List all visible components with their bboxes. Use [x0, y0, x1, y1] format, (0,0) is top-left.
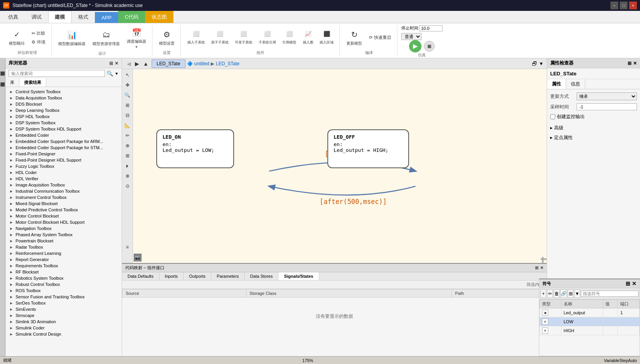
zoom-in-button[interactable]: 🔍 [123, 91, 132, 99]
select-tool-button[interactable]: ↖ [123, 71, 132, 79]
diagram-canvas[interactable]: ↖ ✥ 🔍 ⊞ ⊟ 📐 ✏ ⊕ ⊞ ⏵ ⊗ ⊙ ≡ [122, 69, 547, 263]
symbols-expand-icon[interactable]: ⊞ [626, 280, 630, 287]
move-tool-button[interactable]: ✥ [123, 81, 132, 89]
menu-tool-button[interactable]: ≡ [123, 243, 132, 251]
search-input[interactable] [9, 70, 105, 77]
library-list-item[interactable]: Model Predictive Control Toolbox [5, 207, 122, 213]
stop-time-input[interactable] [419, 25, 442, 31]
library-list-item[interactable]: SerDes Toolbox [5, 300, 122, 306]
library-list-item[interactable]: DSP System Toolbox HDL Support [5, 126, 122, 132]
library-list-item[interactable]: ROS Toolbox [5, 287, 122, 294]
symbols-grid-button[interactable]: ⊞ [568, 289, 574, 298]
tab-app[interactable]: APP [95, 12, 118, 23]
library-list-item[interactable]: Powertrain Blockset [5, 238, 122, 244]
insert-subsystem-button[interactable]: ⬜ 插入子系统 [185, 26, 208, 47]
library-list-item[interactable]: Data Acquisition Toolbox [5, 95, 122, 101]
library-list-item[interactable]: Motor Control Blockset [5, 213, 122, 219]
tab-format[interactable]: 格式 [72, 11, 95, 23]
zoom-out-button[interactable]: ⊟ [123, 111, 132, 120]
library-list-item[interactable]: Simulink Control Design [5, 331, 122, 337]
prop-tab-attributes[interactable]: 属性 [547, 79, 566, 89]
sidebar-expand-icon[interactable]: ⊞ [109, 61, 113, 66]
model-data-editor-button[interactable]: 📊 模型数据编辑器 [56, 28, 88, 49]
symbols-link-button[interactable]: 🔗 [560, 289, 567, 298]
model-advisor-button[interactable]: ✓ 模型顾问 [6, 27, 27, 48]
tab-data-defaults[interactable]: Data Defaults [122, 272, 159, 280]
zoom-fit-button[interactable]: ⊞ [123, 101, 132, 110]
stop-button[interactable]: ⏹ [424, 41, 435, 52]
symbols-dropdown-button[interactable]: ▼ [574, 289, 580, 298]
insert-chart-button[interactable]: 📈 插入图 [300, 26, 316, 47]
canvas-minimize-icon[interactable]: 🗗 [532, 61, 537, 67]
model-settings-button[interactable]: ⚙ 模型设置 [156, 27, 177, 48]
diagram-tab[interactable]: LED_STate [152, 59, 185, 68]
table-tool-button[interactable]: ⊞ [123, 152, 132, 160]
library-list-item[interactable]: DSP HDL Toolbox [5, 113, 122, 120]
library-list-item[interactable]: Robotics System Toolbox [5, 275, 122, 281]
sidebar-close-icon[interactable]: ✕ [115, 61, 119, 66]
tab-inports[interactable]: Inports [159, 272, 184, 280]
add-state-button[interactable]: ⊕ [123, 141, 132, 150]
tab-signals-states[interactable]: Signals/States [278, 272, 319, 280]
library-list-item[interactable]: Simlink 3D Animation [5, 319, 122, 325]
compare-button[interactable]: ⇔ 比较 [29, 29, 48, 37]
library-list-item[interactable]: Robust Control Toolbox [5, 281, 122, 287]
subsystem-ref-button[interactable]: ⬜ 子系统引用 [256, 26, 279, 47]
atomic-subsystem-button[interactable]: ⬜ 原子子系统 [208, 26, 231, 47]
library-list-item[interactable]: Requirements Toolbox [5, 263, 122, 269]
library-list-item[interactable]: DSP System Toolbox [5, 120, 122, 126]
library-list-item[interactable]: Embedded Coder Support Package for STM..… [5, 145, 122, 151]
simulation-mode-select[interactable]: 普通 [401, 33, 421, 40]
symbols-edit-button[interactable]: ✏ [547, 289, 553, 298]
tab-data-stores[interactable]: Data Stores [245, 272, 278, 280]
library-list-item[interactable]: Industrial Communication Toolbox [5, 188, 122, 194]
symbols-delete-button[interactable]: 🗑 [554, 289, 560, 298]
advanced-section-header[interactable]: ▶ 高级 [550, 125, 637, 131]
library-list-item[interactable]: SimEvents [5, 306, 122, 312]
canvas-bottom-icon[interactable]: 📷 [134, 254, 142, 261]
library-list-item[interactable]: RF Blockset [5, 269, 122, 275]
environment-button[interactable]: ⚙ 环境 [29, 38, 48, 46]
library-list-item[interactable]: Simulink Coder [5, 325, 122, 331]
search-options-icon[interactable]: ▼ [115, 71, 119, 76]
nav-back-button[interactable]: ◀ [125, 60, 133, 68]
play-tool-button[interactable]: ⏵ [123, 162, 132, 170]
symbols-table-row[interactable]: ◈ Led_output 1 [540, 308, 640, 317]
update-model-button[interactable]: ↻ 更新模型 [344, 27, 365, 48]
library-list-item[interactable]: Fuzzy Logic Toolbox [5, 163, 122, 169]
model-explorer-button[interactable]: 🗂 模型资源管理器 [90, 28, 122, 49]
tab-outports[interactable]: Outports [184, 272, 211, 280]
nav-forward-button[interactable]: ▶ [133, 60, 141, 68]
pencil-tool-button[interactable]: ✏ [123, 131, 132, 140]
fixed-point-section-header[interactable]: ▶ 定点属性 [550, 134, 637, 141]
insert-region-button[interactable]: ⬛ 插入区域 [317, 26, 336, 47]
library-list-item[interactable]: Motor Control Blockset HDL Support [5, 219, 122, 225]
fast-restart-button[interactable]: ⟳ 快速重启 [366, 33, 394, 42]
library-list-item[interactable]: Reinforcement Learning [5, 250, 122, 256]
sample-time-input[interactable] [577, 103, 637, 110]
tab-build[interactable]: 建模 [48, 11, 72, 23]
library-list-item[interactable]: HDL Verifier [5, 176, 122, 182]
run-button[interactable]: ▶ [409, 40, 421, 52]
cancel-tool-button[interactable]: ⊗ [123, 172, 132, 180]
prop-tab-info[interactable]: 信息 [566, 79, 585, 89]
diagram-area[interactable]: [after(500,msec)] [after(500,msec)] LED_… [133, 69, 547, 263]
library-list-item[interactable]: Sensor Fusion and Tracking Toolbox [5, 294, 122, 300]
bottom-panel-close-icon[interactable]: ✕ [540, 265, 544, 270]
bottom-panel-expand-icon[interactable]: ⊞ [535, 265, 539, 270]
library-list-item[interactable]: Navigation Toolbox [5, 225, 122, 232]
monitor-output-checkbox[interactable] [550, 114, 555, 119]
library-list-item[interactable]: Phased Array System Toolbox [5, 232, 122, 238]
library-list-item[interactable]: Control System Toolbox [5, 89, 122, 95]
library-list-item[interactable]: Embedded Coder Support Package for ARM..… [5, 138, 122, 145]
library-list-item[interactable]: Fixed-Point Designer HDL Support [5, 157, 122, 163]
library-list-item[interactable]: Embedded Coder [5, 132, 122, 138]
record-tool-button[interactable]: ⊙ [123, 182, 132, 190]
tab-parameters[interactable]: Parameters [211, 272, 245, 280]
variable-subsystem-button[interactable]: ⬜ 可变子系统 [232, 26, 255, 47]
library-list-item[interactable]: Fixed-Point Designer [5, 151, 122, 157]
symbols-table-row[interactable]: ≡ HIGH [540, 326, 640, 335]
library-list-item[interactable]: Mixed-Signal Blockset [5, 200, 122, 207]
schedule-editor-button[interactable]: 📅 调度编辑器 ▼ [124, 25, 149, 51]
vert-tab-2[interactable]: ⬛ [0, 81, 5, 89]
